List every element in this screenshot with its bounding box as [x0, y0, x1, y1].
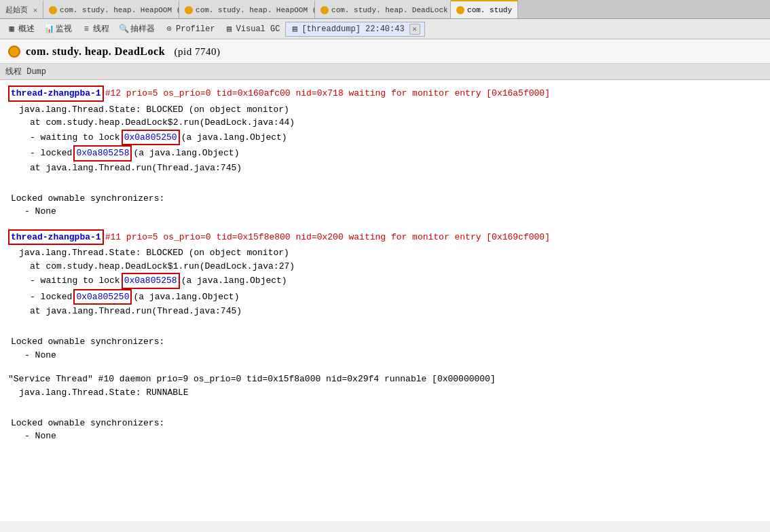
- btn-threaddump[interactable]: ▤ [threaddump] 22:40:43 ✕: [285, 22, 424, 37]
- thread1-locked-address: 0x0a805258: [73, 145, 132, 162]
- thread2-state: java.lang.Thread.State: BLOCKED (on obje…: [19, 246, 762, 260]
- thread1-wait-lock: - waiting to lock 0x0a805250 (a java.lan…: [30, 130, 762, 146]
- sub-toolbar-label: 线程 Dump: [5, 66, 46, 77]
- btn-overview[interactable]: ▦ 概述: [3, 22, 39, 36]
- sub-toolbar: 线程 Dump: [0, 64, 770, 80]
- btn-threaddump-label: [threaddump] 22:40:43: [301, 24, 404, 34]
- tab-start-close[interactable]: ✕: [33, 6, 37, 14]
- tab-study-icon: [456, 6, 464, 14]
- thread2-at-thread: at java.lang.Thread.run(Thread.java:745): [30, 305, 762, 318]
- thread2-locked-suffix: (a java.lang.Object): [133, 290, 239, 304]
- thread-block-1: thread-zhangpba-1 #12 prio=5 os_prio=0 t…: [8, 86, 762, 218]
- main-toolbar: ▦ 概述 📊 监视 ≡ 线程 🔍 抽样器 ⊙ Profiler ▤ Visual…: [0, 19, 770, 39]
- btn-profiler-label: Profiler: [176, 24, 215, 34]
- tab-heap2-icon: [185, 6, 193, 14]
- thread1-locked: - locked 0x0a805258 (a java.lang.Object): [30, 145, 762, 162]
- thread2-wait-address: 0x0a805258: [122, 273, 180, 289]
- thread2-wait-suffix: (a java.lang.Object): [181, 274, 287, 288]
- thread1-name: thread-zhangpba-1: [8, 86, 104, 102]
- thread2-name: thread-zhangpba-1: [8, 229, 104, 246]
- thread2-locked-address: 0x0a805250: [73, 289, 132, 305]
- thread2-header: thread-zhangpba-1 #11 prio=5 os_prio=0 t…: [8, 229, 762, 246]
- thread2-locked-prefix: - locked: [30, 290, 72, 304]
- tab-start-label: 起始页: [5, 5, 28, 15]
- app-icon: [8, 45, 20, 58]
- profiler-icon: ⊙: [164, 24, 174, 34]
- thread2-at: at com.study.heap.DeadLock$1.run(DeadLoc…: [30, 260, 762, 273]
- thread2-none: - None: [24, 349, 762, 362]
- thread1-state: java.lang.Thread.State: BLOCKED (on obje…: [19, 103, 762, 117]
- btn-thread[interactable]: ≡ 线程: [77, 22, 113, 36]
- thread1-none: - None: [24, 205, 762, 218]
- tab-study-label: com. study: [467, 6, 512, 14]
- thread1-wait-address: 0x0a805250: [122, 130, 180, 146]
- app-title-bar: com. study. heap. DeadLock (pid 7740): [0, 39, 770, 64]
- monitor-icon: 📊: [44, 24, 54, 34]
- btn-monitor[interactable]: 📊 监视: [40, 22, 76, 36]
- service-thread-header: "Service Thread" #10 daemon prio=9 os_pr…: [8, 373, 762, 386]
- thread-icon: ≡: [81, 24, 91, 34]
- btn-monitor-label: 监视: [56, 23, 72, 35]
- visual-gc-icon: ▤: [225, 24, 234, 34]
- app-title-pid: (pid 7740): [175, 46, 221, 57]
- thread1-info: #12 prio=5 os_prio=0 tid=0x160afc00 nid=…: [105, 87, 550, 100]
- tab-heap2[interactable]: com. study. heap. HeapOOM (pid 1744) ✕: [179, 0, 315, 18]
- tab-heap1[interactable]: com. study. heap. HeapOOM (pid 10336) ✕: [43, 0, 179, 18]
- thread1-locked-ownable: Locked ownable synchronizers:: [11, 192, 762, 206]
- main-content: thread-zhangpba-1 #12 prio=5 os_prio=0 t…: [0, 80, 770, 521]
- btn-profiler[interactable]: ⊙ Profiler: [160, 23, 219, 35]
- tab-start[interactable]: 起始页 ✕: [0, 0, 43, 18]
- thread1-header: thread-zhangpba-1 #12 prio=5 os_prio=0 t…: [8, 86, 762, 102]
- tab-heap1-label: com. study. heap. HeapOOM (pid 10336): [60, 6, 179, 14]
- thread1-at-thread: at java.lang.Thread.run(Thread.java:745): [30, 162, 762, 175]
- threaddump-icon: ▤: [290, 24, 299, 34]
- threaddump-close[interactable]: ✕: [409, 24, 420, 35]
- btn-overview-label: 概述: [18, 23, 35, 35]
- sampler-icon: 🔍: [119, 24, 128, 34]
- btn-sampler-label: 抽样器: [130, 23, 155, 35]
- tab-deadlock[interactable]: com. study. heap. DeadLock (pid 11960) ✕: [315, 0, 451, 18]
- thread1-at: at com.study.heap.DeadLock$2.run(DeadLoc…: [30, 116, 762, 130]
- thread1-locked-prefix: - locked: [30, 147, 72, 160]
- tab-deadlock-icon: [320, 6, 329, 14]
- thread2-info: #11 prio=5 os_prio=0 tid=0x15f8e800 nid=…: [105, 231, 550, 244]
- tab-study[interactable]: com. study: [451, 0, 518, 18]
- btn-sampler[interactable]: 🔍 抽样器: [115, 22, 159, 36]
- thread2-locked-ownable: Locked ownable synchronizers:: [11, 335, 762, 349]
- tab-heap1-icon: [49, 6, 57, 14]
- thread2-wait-lock: - waiting to lock 0x0a805258 (a java.lan…: [30, 273, 762, 289]
- service-thread-block: "Service Thread" #10 daemon prio=9 os_pr…: [8, 373, 762, 443]
- app-title-text: com. study. heap. DeadLock: [26, 45, 165, 57]
- thread1-wait-suffix: (a java.lang.Object): [181, 131, 287, 145]
- btn-thread-label: 线程: [93, 23, 109, 35]
- service-thread-none: - None: [24, 430, 762, 443]
- service-thread-state: java.lang.Thread.State: RUNNABLE: [19, 386, 762, 400]
- overview-icon: ▦: [7, 24, 16, 34]
- tab-deadlock-label: com. study. heap. DeadLock (pid 11960): [331, 6, 451, 14]
- thread2-wait-prefix: - waiting to lock: [30, 274, 120, 288]
- tab-heap2-label: com. study. heap. HeapOOM (pid 1744): [196, 6, 315, 14]
- tab-bar: 起始页 ✕ com. study. heap. HeapOOM (pid 103…: [0, 0, 770, 19]
- thread1-wait-prefix: - waiting to lock: [30, 131, 120, 145]
- btn-visual-gc-label: Visual GC: [236, 24, 280, 34]
- service-thread-locked-ownable: Locked ownable synchronizers:: [11, 417, 762, 430]
- app-title: com. study. heap. DeadLock (pid 7740): [26, 45, 220, 58]
- thread2-locked: - locked 0x0a805250 (a java.lang.Object): [30, 289, 762, 305]
- btn-visual-gc[interactable]: ▤ Visual GC: [221, 23, 285, 35]
- thread-block-2: thread-zhangpba-1 #11 prio=5 os_prio=0 t…: [8, 229, 762, 362]
- thread1-locked-suffix: (a java.lang.Object): [133, 147, 239, 160]
